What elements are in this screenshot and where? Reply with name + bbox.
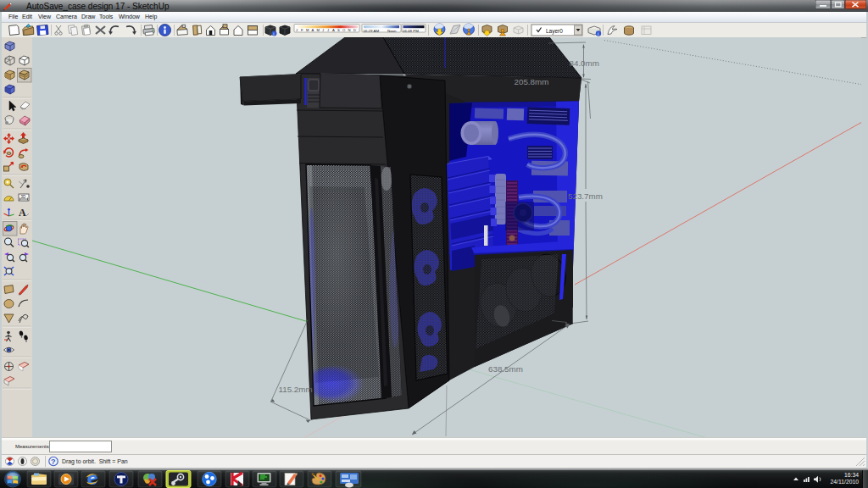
svg-text:523.7mm: 523.7mm: [568, 191, 603, 201]
svg-text:J: J: [327, 28, 329, 32]
svg-text:N: N: [348, 28, 351, 32]
svg-text:638.5mm: 638.5mm: [488, 364, 523, 374]
svg-text:84.0mm: 84.0mm: [570, 58, 599, 68]
svg-text:i: i: [598, 31, 598, 36]
svg-text:D: D: [353, 28, 356, 32]
svg-text:F: F: [301, 28, 303, 32]
svg-text:J: J: [296, 28, 298, 32]
svg-text:J: J: [322, 28, 324, 32]
svg-text:A: A: [332, 28, 335, 32]
svg-text:115.2mm: 115.2mm: [279, 385, 313, 394]
svg-text:06:29 AM: 06:29 AM: [364, 29, 380, 33]
svg-text:Layer0: Layer0: [546, 28, 563, 35]
svg-text:205.8mm: 205.8mm: [515, 77, 549, 86]
svg-text:?: ?: [51, 458, 56, 466]
svg-text:M: M: [317, 28, 320, 32]
svg-text:06:48 PM: 06:48 PM: [403, 29, 419, 33]
svg-text:3D: 3D: [21, 195, 27, 199]
svg-text:S: S: [337, 28, 340, 32]
svg-text:i: i: [273, 31, 274, 36]
svg-text:A: A: [312, 28, 314, 32]
svg-text:M: M: [306, 28, 309, 32]
svg-text:A: A: [19, 207, 26, 219]
svg-text:Noon: Noon: [387, 29, 397, 33]
